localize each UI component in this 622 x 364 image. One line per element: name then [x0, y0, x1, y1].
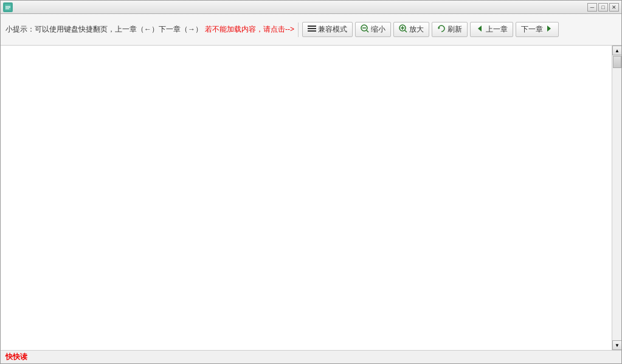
close-button[interactable]: ✕ — [609, 3, 619, 12]
zoom-in-icon — [399, 24, 407, 35]
svg-line-13 — [405, 30, 407, 32]
toolbar: 小提示：可以使用键盘快捷翻页，上一章（←）下一章（→） 若不能加载内容，请点击-… — [1, 14, 621, 46]
content-area: ▲ ▼ — [1, 46, 621, 350]
svg-rect-3 — [5, 9, 9, 9]
status-text: 快快读 — [5, 352, 27, 362]
refresh-icon — [437, 24, 446, 35]
zoom-out-button[interactable]: 缩小 — [355, 22, 391, 37]
prev-chapter-icon — [475, 24, 484, 35]
scrollbar-down-button[interactable]: ▼ — [612, 340, 621, 350]
svg-rect-6 — [308, 30, 316, 32]
svg-rect-5 — [308, 28, 316, 29]
maximize-button[interactable]: □ — [598, 3, 608, 12]
next-chapter-label: 下一章 — [521, 24, 543, 35]
zoom-out-icon — [361, 24, 369, 35]
hint-text: 小提示：可以使用键盘快捷翻页，上一章（←）下一章（→） — [5, 24, 202, 35]
refresh-button[interactable]: 刷新 — [432, 22, 468, 37]
vertical-scrollbar[interactable]: ▲ ▼ — [612, 46, 621, 350]
svg-marker-14 — [438, 27, 440, 29]
prev-chapter-button[interactable]: 上一章 — [470, 22, 513, 37]
refresh-label: 刷新 — [447, 24, 462, 35]
scrollbar-thumb[interactable] — [613, 56, 621, 68]
svg-rect-2 — [5, 7, 10, 8]
app-icon — [3, 2, 13, 12]
window-controls: ─ □ ✕ — [587, 3, 619, 12]
scrollbar-up-button[interactable]: ▲ — [612, 46, 621, 55]
zoom-out-label: 缩小 — [371, 24, 385, 35]
prev-chapter-label: 上一章 — [486, 24, 508, 35]
svg-rect-4 — [308, 26, 316, 27]
minimize-button[interactable]: ─ — [587, 3, 597, 12]
svg-rect-1 — [5, 6, 10, 7]
svg-marker-15 — [478, 26, 482, 32]
svg-line-9 — [367, 30, 368, 32]
next-chapter-icon — [545, 24, 553, 35]
compat-mode-button[interactable]: 兼容模式 — [302, 22, 353, 37]
zoom-in-button[interactable]: 放大 — [393, 22, 429, 37]
next-chapter-button[interactable]: 下一章 — [516, 22, 559, 37]
title-bar-left — [3, 2, 13, 12]
zoom-in-label: 放大 — [409, 24, 424, 35]
compat-icon — [308, 25, 316, 34]
svg-marker-16 — [547, 26, 551, 32]
main-content[interactable] — [1, 46, 612, 350]
main-window: ─ □ ✕ 小提示：可以使用键盘快捷翻页，上一章（←）下一章（→） 若不能加载内… — [0, 0, 622, 364]
title-bar: ─ □ ✕ — [1, 1, 621, 14]
toolbar-separator-1 — [298, 22, 299, 37]
load-error-link[interactable]: 若不能加载内容，请点击--> — [205, 24, 294, 35]
status-bar: 快快读 — [1, 350, 621, 363]
compat-mode-label: 兼容模式 — [318, 24, 347, 35]
